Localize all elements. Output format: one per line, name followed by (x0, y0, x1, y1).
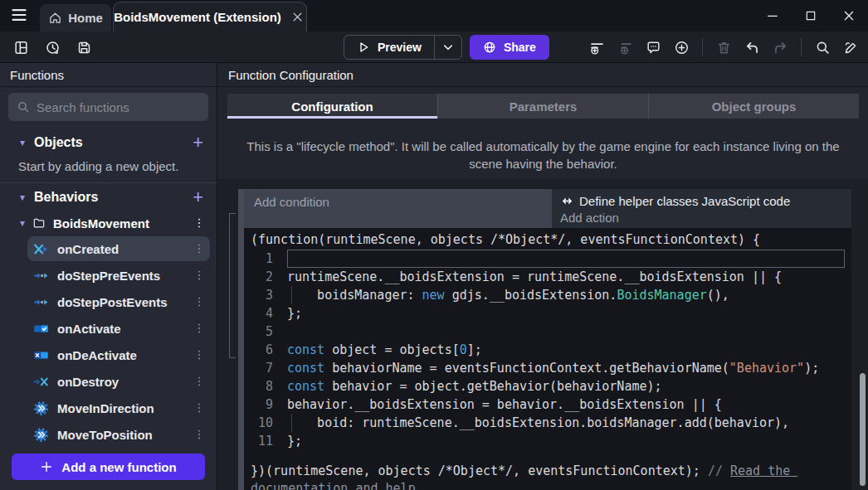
configuration-tabs: ConfigurationParametersObject groups (227, 94, 859, 119)
code-line-2[interactable]: 2runtimeScene.__boidsExtension = runtime… (244, 268, 851, 286)
code-lines: 12runtimeScene.__boidsExtension = runtim… (244, 250, 851, 450)
code-line-3[interactable]: 3 boidsManager: new gdjs.__boidsExtensio… (244, 286, 851, 304)
behaviors-section-header[interactable]: ▾ Behaviors + (0, 186, 217, 209)
kebab-menu-icon[interactable] (192, 240, 207, 257)
code-line-10[interactable]: 10 boid: runtimeScene.__boidsExtension.b… (244, 414, 851, 432)
cursor-line-box (287, 250, 845, 268)
action-title-label: Define helper classes JavaScript code (579, 194, 790, 208)
kebab-menu-icon[interactable] (192, 267, 207, 284)
event-selection-indicator (229, 213, 236, 358)
function-label: onDeActivate (57, 348, 183, 362)
tab-extension-label: BoidsMovement (Extension) (114, 10, 281, 24)
function-item-onDeActivate[interactable]: onDeActivate (0, 342, 217, 368)
tab-home[interactable]: Home (40, 4, 111, 32)
line-content: const behaviorName = eventsFunctionConte… (287, 359, 845, 377)
code-icon (560, 194, 574, 208)
edit-extension-button[interactable] (838, 35, 863, 60)
trash-button (711, 35, 736, 60)
history-icon (45, 40, 61, 56)
code-line-1[interactable]: 1 (244, 250, 851, 268)
code-token: object = objects[ (324, 342, 460, 357)
events-sheet: Add condition Define helper classes Java… (218, 179, 868, 490)
tab-parameters[interactable]: Parameters (438, 94, 649, 119)
add-event-button[interactable] (584, 35, 609, 60)
event-drag-handle[interactable] (238, 189, 244, 490)
event-body: Add condition Define helper classes Java… (244, 189, 851, 490)
preview-split-button: Preview (344, 35, 462, 60)
add-comment-button[interactable] (641, 35, 666, 60)
code-line-5[interactable]: 5 (244, 323, 851, 341)
window-maximize-button[interactable] (792, 0, 830, 32)
function-item-doStepPreEvents[interactable]: doStepPreEvents (0, 262, 217, 289)
preview-options-button[interactable] (434, 36, 461, 59)
window-minimize-button[interactable] (753, 0, 792, 32)
folder-icon (32, 216, 46, 230)
line-number: 11 (244, 432, 287, 450)
objects-section-header[interactable]: ▾ Objects + (0, 131, 217, 154)
kebab-menu-icon[interactable] (192, 215, 207, 231)
kebab-menu-icon[interactable] (192, 320, 207, 337)
save-button[interactable] (71, 35, 96, 60)
functions-panel-title: Functions (0, 63, 217, 87)
project-manager-button[interactable] (8, 35, 33, 60)
add-object-button[interactable]: + (189, 134, 207, 151)
tab-close-button[interactable] (290, 9, 306, 26)
add-function-button[interactable]: Add a new function (12, 454, 205, 480)
search-button[interactable] (810, 35, 835, 60)
chevron-down-icon (441, 41, 455, 54)
code-token: new (422, 288, 445, 303)
function-item-onDestroy[interactable]: onDestroy (0, 368, 217, 395)
share-button[interactable]: Share (470, 35, 549, 60)
vertical-scrollbar[interactable] (860, 373, 866, 486)
functions-panel: Functions ▾ Objects + Start by adding a … (0, 63, 217, 490)
tab-configuration[interactable]: Configuration (227, 94, 438, 119)
code-line-9[interactable]: 9behavior.__boidsExtension = behavior.__… (244, 395, 851, 414)
search-icon (17, 100, 30, 114)
trash-icon (716, 40, 732, 56)
code-line-8[interactable]: 8const behavior = object.getBehavior(beh… (244, 377, 851, 395)
function-item-MoveInDirection[interactable]: MoveInDirection (0, 395, 217, 421)
code-wrapper-header: (function(runtimeScene, objects /*Object… (244, 230, 851, 250)
preview-button[interactable]: Preview (344, 36, 434, 59)
window-close-button[interactable] (830, 0, 868, 32)
function-item-onActivate[interactable]: onActivate (0, 315, 217, 342)
toolbar-center: Preview Share (344, 35, 549, 60)
tab-extension[interactable]: BoidsMovement (Extension) (113, 2, 307, 32)
main-menu-button[interactable] (7, 7, 31, 25)
kebab-menu-icon[interactable] (192, 400, 207, 416)
add-function-label: Add a new function (61, 460, 176, 474)
code-token: const (287, 361, 324, 376)
fn-created-icon (33, 241, 49, 257)
history-button[interactable] (40, 35, 65, 60)
function-item-MoveToPosition[interactable]: MoveToPosition (0, 421, 217, 448)
kebab-menu-icon[interactable] (192, 426, 207, 443)
kebab-menu-icon[interactable] (192, 373, 207, 390)
chevron-down-icon: ▾ (20, 192, 25, 203)
code-line-4[interactable]: 4}; (244, 304, 851, 323)
js-code-editor[interactable]: (function(runtimeScene, objects /*Object… (244, 228, 851, 490)
line-content: boid: runtimeScene.__boidsExtension.boid… (287, 414, 845, 432)
code-line-6[interactable]: 6const object = objects[0]; (244, 341, 851, 359)
kebab-menu-icon[interactable] (192, 294, 207, 310)
add-condition-button[interactable]: Add condition (244, 189, 552, 228)
function-label: onDestroy (57, 375, 183, 389)
code-token: (), (707, 288, 729, 303)
function-item-onCreated[interactable]: onCreated (0, 235, 217, 262)
tab-object-groups[interactable]: Object groups (649, 94, 859, 119)
line-number: 6 (244, 341, 287, 359)
line-content: boidsManager: new gdjs.__boidsExtension.… (287, 286, 845, 304)
add-circle-button[interactable] (669, 35, 694, 60)
kebab-menu-icon[interactable] (192, 347, 207, 363)
code-token: const (287, 379, 324, 394)
code-line-11[interactable]: 11}; (244, 432, 851, 450)
code-token: ); (804, 361, 819, 376)
add-action-button[interactable]: Add action (560, 210, 843, 226)
objects-empty-hint: Start by adding a new object. (18, 159, 178, 173)
search-functions-input[interactable] (37, 100, 202, 114)
search-icon (815, 40, 831, 56)
behavior-folder-boidsmovement[interactable]: ▾ BoidsMovement (0, 212, 217, 234)
add-behavior-button[interactable]: + (189, 189, 207, 206)
undo-button[interactable] (739, 35, 764, 60)
code-line-7[interactable]: 7const behaviorName = eventsFunctionCont… (244, 359, 851, 377)
function-item-doStepPostEvents[interactable]: doStepPostEvents (0, 289, 217, 315)
